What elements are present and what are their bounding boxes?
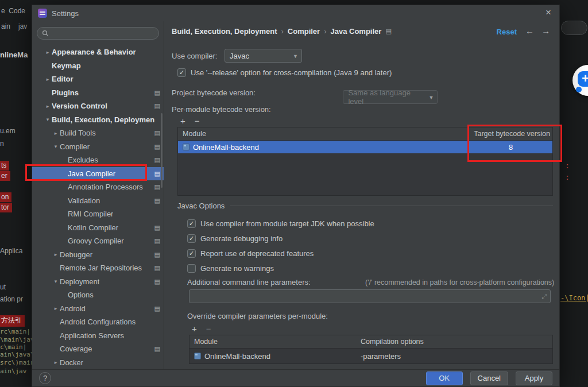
sidebar-item-plugins[interactable]: Plugins ▤: [32, 86, 164, 100]
checkbox[interactable]: [187, 249, 196, 258]
release-option-checkbox-row[interactable]: Use '--release' option for cross-compila…: [177, 68, 392, 77]
sidebar-scrollbar[interactable]: [161, 113, 163, 188]
javac-option-use-compiler-from-module-target-jdk-when-possible[interactable]: Use compiler from module target JDK when…: [187, 219, 374, 228]
sidebar-item-options[interactable]: Options ▤: [32, 288, 164, 302]
sidebar-item-validation[interactable]: Validation ▤: [32, 194, 164, 208]
additional-params-input[interactable]: [193, 292, 541, 301]
background-text-fragment: rc\main|: [0, 328, 30, 335]
search-input[interactable]: [52, 29, 154, 37]
background-text-fragment: ain: [1, 22, 10, 30]
release-option-checkbox[interactable]: [177, 68, 186, 77]
sidebar-item-build-tools[interactable]: ▸ Build Tools ▤: [32, 126, 164, 140]
add-button[interactable]: +: [192, 324, 197, 333]
column-header-compilation-options[interactable]: Compilation options: [356, 335, 552, 348]
sidebar-item-kotlin-compiler[interactable]: Kotlin Compiler ▤: [32, 221, 164, 235]
sidebar-item-label: Docker: [60, 358, 83, 367]
forward-arrow-icon[interactable]: →: [541, 26, 550, 36]
tree-arrow-icon[interactable]: ▸: [44, 103, 52, 109]
javac-option-report-use-of-deprecated-features[interactable]: Report use of deprecated features: [187, 249, 314, 258]
javac-option-generate-no-warnings[interactable]: Generate no warnings: [187, 264, 274, 273]
settings-page-icon: ▤: [154, 103, 160, 109]
sidebar-item-groovy-compiler[interactable]: Groovy Compiler ▤: [32, 234, 164, 248]
cancel-button[interactable]: Cancel: [470, 371, 508, 385]
expand-field-icon[interactable]: ⤢: [541, 293, 547, 300]
checkbox-label: Use compiler from module target JDK when…: [200, 219, 374, 228]
compilation-options-cell[interactable]: -parameters: [356, 349, 552, 363]
javac-options-title: Javac Options: [177, 202, 225, 210]
table-row[interactable]: OnlineMall-backend 8: [178, 141, 552, 153]
settings-page-icon: ▤: [154, 130, 160, 136]
sidebar-item-editor[interactable]: ▸ Editor ▤: [32, 72, 164, 86]
background-text-fragment: nlineMa: [0, 51, 28, 59]
additional-params-field-wrap: ⤢: [189, 289, 551, 303]
tree-arrow-icon[interactable]: ▸: [52, 251, 60, 257]
project-bytecode-value: Same as language level: [348, 88, 424, 106]
settings-page-icon: ▤: [154, 184, 160, 190]
tree-arrow-icon[interactable]: ▸: [44, 76, 52, 82]
tree-arrow-icon[interactable]: ▸: [52, 305, 60, 311]
background-text-fragment: -\Icon|: [560, 294, 588, 302]
column-header-module[interactable]: Module: [189, 335, 356, 348]
remove-button[interactable]: −: [195, 117, 200, 125]
background-text-fragment: n: [0, 140, 4, 148]
tree-arrow-icon[interactable]: ▸: [52, 130, 60, 136]
add-button[interactable]: +: [180, 117, 185, 125]
sidebar-item-android-configurations[interactable]: Android Configurations ▤: [32, 315, 164, 329]
sidebar-item-keymap[interactable]: Keymap ▤: [32, 59, 164, 73]
per-module-label: Per-module bytecode version:: [172, 105, 271, 114]
sidebar-item-label: Java Compiler: [68, 169, 115, 178]
back-arrow-icon[interactable]: ←: [525, 26, 534, 36]
sidebar-item-excludes[interactable]: Excludes ▤: [32, 153, 164, 167]
chat-widget[interactable]: [572, 65, 588, 96]
tree-arrow-icon[interactable]: ▸: [52, 359, 60, 365]
javac-option-generate-debugging-info[interactable]: Generate debugging info: [187, 234, 283, 243]
sidebar-item-remote-jar-repositories[interactable]: Remote Jar Repositories ▤: [32, 261, 164, 275]
reset-link[interactable]: Reset: [497, 28, 517, 36]
sidebar-item-build-execution-deployment[interactable]: ▾ Build, Execution, Deployment ▤: [32, 113, 164, 127]
project-bytecode-label: Project bytecode version:: [172, 88, 256, 97]
sidebar-item-label: Compiler: [60, 142, 90, 151]
breadcrumb-separator-icon: ›: [281, 27, 283, 36]
settings-page-icon: ▤: [154, 198, 160, 204]
sidebar-item-coverage[interactable]: Coverage ▤: [32, 342, 164, 356]
dialog-titlebar[interactable]: Settings ×: [32, 5, 559, 21]
target-bytecode-cell[interactable]: 8: [469, 141, 552, 153]
tree-arrow-icon[interactable]: ▸: [44, 49, 52, 55]
breadcrumb-part[interactable]: Compiler: [288, 27, 320, 36]
table-row[interactable]: OnlineMall-backend -parameters: [189, 349, 552, 363]
close-icon[interactable]: ×: [546, 7, 551, 18]
sidebar-item-docker[interactable]: ▸ Docker ▤: [32, 356, 164, 370]
remove-button[interactable]: −: [206, 324, 211, 333]
sidebar-item-debugger[interactable]: ▸ Debugger ▤: [32, 248, 164, 262]
breadcrumb-part[interactable]: Build, Execution, Deployment: [172, 27, 277, 36]
sidebar-item-compiler[interactable]: ▾ Compiler ▤: [32, 140, 164, 154]
sidebar-item-rmi-compiler[interactable]: RMI Compiler ▤: [32, 207, 164, 221]
sidebar-item-version-control[interactable]: ▸ Version Control ▤: [32, 99, 164, 113]
project-bytecode-dropdown[interactable]: Same as language level ▼: [343, 90, 438, 104]
tree-arrow-icon[interactable]: ▾: [44, 117, 52, 122]
apply-button[interactable]: Apply: [516, 371, 552, 385]
background-text-fragment: c\main|: [0, 343, 26, 351]
checkbox[interactable]: [187, 219, 196, 228]
sidebar-item-application-servers[interactable]: Application Servers ▤: [32, 329, 164, 343]
sidebar-item-java-compiler[interactable]: Java Compiler ▤: [32, 167, 164, 181]
additional-params-hint: ('/' recommended in paths for cross-plat…: [365, 278, 554, 287]
use-compiler-label: Use compiler:: [172, 52, 217, 60]
settings-page-icon: ▤: [154, 171, 160, 177]
sidebar-item-deployment[interactable]: ▾ Deployment ▤: [32, 275, 164, 289]
sidebar-item-appearance-behavior[interactable]: ▸ Appearance & Behavior ▤: [32, 45, 164, 59]
help-button[interactable]: ?: [39, 372, 51, 384]
column-header-target-version[interactable]: Target bytecode version: [469, 127, 552, 140]
column-header-module[interactable]: Module: [178, 127, 469, 140]
use-compiler-dropdown[interactable]: Javac ▼: [225, 49, 302, 63]
checkbox[interactable]: [187, 234, 196, 243]
settings-search-box[interactable]: [37, 27, 159, 40]
sidebar-item-annotation-processors[interactable]: Annotation Processors ▤: [32, 180, 164, 194]
java-compiler-panel: Build, Execution, Deployment › Compiler …: [164, 21, 559, 369]
ok-button[interactable]: OK: [426, 371, 463, 385]
tree-arrow-icon[interactable]: ▾: [52, 278, 60, 284]
checkbox[interactable]: [187, 264, 196, 273]
tree-arrow-icon[interactable]: ▾: [52, 144, 60, 149]
sidebar-item-android[interactable]: ▸ Android ▤: [32, 302, 164, 316]
sidebar-item-label: Kotlin Compiler: [68, 223, 118, 232]
